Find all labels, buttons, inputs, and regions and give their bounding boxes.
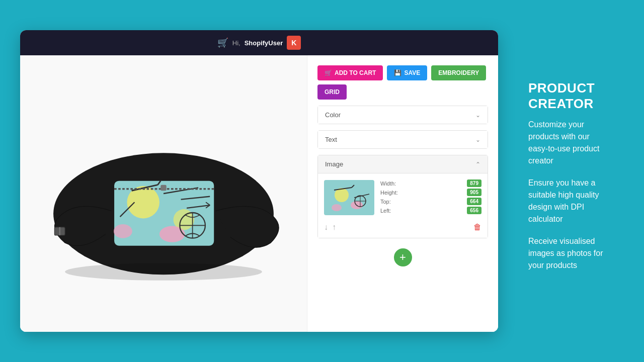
height-label: Height: [380, 190, 398, 196]
color-accordion: Color ⌄ [317, 106, 488, 124]
browser-window: 🛒 Hi, ShopifyUser K [20, 30, 498, 332]
svg-point-32 [332, 204, 342, 211]
description-1: Customize your products with our easy-to… [528, 119, 609, 167]
image-item: Width: 879 Height: 905 Top: 664 [324, 179, 481, 216]
image-actions: ↓ ↑ 🗑 [324, 221, 481, 232]
image-chevron-icon: ⌃ [475, 161, 480, 168]
top-label: Top: [380, 199, 391, 205]
cart-icon: 🛒 [217, 37, 228, 48]
save-btn-icon: 💾 [394, 69, 401, 76]
cart-btn-icon: 🛒 [325, 69, 332, 76]
username-text: ShopifyUser [245, 39, 283, 47]
action-buttons: 🛒 ADD TO CART 💾 SAVE EMBROIDERY GRID [317, 65, 488, 100]
left-value: 656 [467, 207, 481, 214]
move-up-button[interactable]: ↑ [332, 223, 336, 232]
add-to-cart-button[interactable]: 🛒 ADD TO CART [317, 65, 383, 80]
text-accordion: Text ⌄ [317, 130, 488, 149]
svg-point-6 [114, 224, 132, 238]
color-chevron-icon: ⌄ [475, 112, 480, 119]
color-accordion-header[interactable]: Color ⌄ [318, 106, 488, 124]
save-button[interactable]: 💾 SAVE [387, 65, 427, 80]
image-accordion-header[interactable]: Image ⌃ [318, 155, 488, 173]
svg-point-5 [159, 226, 185, 242]
delete-image-button[interactable]: 🗑 [473, 223, 481, 232]
product-image [30, 65, 297, 322]
stat-row-width: Width: 879 [380, 179, 481, 187]
browser-header: 🛒 Hi, ShopifyUser K [20, 30, 498, 55]
description-3: Receive visualised images as photos for … [528, 235, 609, 272]
avatar: K [287, 36, 301, 50]
outer-container: 🛒 Hi, ShopifyUser K [0, 0, 644, 362]
move-down-button[interactable]: ↓ [324, 223, 328, 232]
color-label: Color [325, 111, 341, 119]
add-image-button[interactable]: + [394, 248, 412, 266]
image-section-content: Width: 879 Height: 905 Top: 664 [318, 173, 488, 238]
svg-point-22 [65, 263, 262, 281]
width-label: Width: [380, 180, 396, 187]
text-accordion-header[interactable]: Text ⌄ [318, 131, 488, 148]
height-value: 905 [467, 189, 481, 196]
image-thumbnail [324, 180, 374, 215]
image-accordion: Image ⌃ [317, 155, 488, 238]
text-panel: PRODUCT CREATOR Customize your products … [513, 70, 624, 292]
product-area [20, 55, 307, 332]
right-panel: 🛒 ADD TO CART 💾 SAVE EMBROIDERY GRID [307, 55, 498, 332]
stat-row-left: Left: 656 [380, 207, 481, 214]
image-stats: Width: 879 Height: 905 Top: 664 [380, 179, 481, 216]
stat-row-height: Height: 905 [380, 189, 481, 196]
top-value: 664 [467, 198, 481, 205]
embroidery-button[interactable]: EMBROIDERY [431, 65, 486, 80]
width-value: 879 [467, 179, 481, 187]
grid-button[interactable]: GRID [317, 84, 347, 100]
image-label: Image [325, 160, 343, 168]
hi-text: Hi, [232, 39, 240, 47]
svg-rect-19 [160, 185, 167, 191]
description-2: Ensure you have a suitable high quality … [528, 177, 609, 225]
browser-content: 🛒 ADD TO CART 💾 SAVE EMBROIDERY GRID [20, 55, 498, 332]
text-chevron-icon: ⌄ [475, 136, 480, 143]
page-title: PRODUCT CREATOR [528, 80, 609, 112]
svg-rect-23 [324, 180, 374, 215]
left-label: Left: [380, 208, 391, 214]
stat-row-top: Top: 664 [380, 198, 481, 205]
text-label: Text [325, 136, 337, 143]
